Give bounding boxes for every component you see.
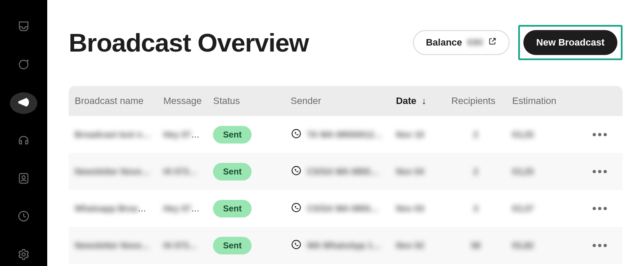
cell-message: Hey 073… <box>157 190 207 227</box>
svg-point-4 <box>292 129 301 138</box>
cell-broadcast-name: Newsletter Nove… <box>69 153 157 190</box>
headset-icon <box>17 134 30 148</box>
table-row[interactable]: Broadcast test n…Hey 073…SentTA WA 08550… <box>69 116 623 153</box>
col-recipients[interactable]: Recipients <box>445 86 506 116</box>
page-header: Broadcast Overview Balance €80 New Broad… <box>69 25 623 60</box>
nav-contacts[interactable] <box>10 168 37 190</box>
broadcast-icon <box>17 96 30 110</box>
balance-button[interactable]: Balance €80 <box>413 30 510 55</box>
cell-message: Hi 073… <box>157 153 207 190</box>
status-badge: Sent <box>213 163 251 180</box>
main-content: Broadcast Overview Balance €80 New Broad… <box>47 0 644 266</box>
settings-icon <box>17 248 30 263</box>
svg-point-5 <box>292 166 301 175</box>
nav-reports[interactable] <box>10 206 37 228</box>
clock-icon <box>17 210 30 224</box>
row-actions-button[interactable]: ••• <box>578 153 623 190</box>
inbox-icon <box>17 20 30 34</box>
cell-sender: WA WhatsApp 1… <box>285 227 390 264</box>
svg-point-7 <box>292 240 301 249</box>
row-actions-button[interactable]: ••• <box>578 227 623 264</box>
page-title: Broadcast Overview <box>69 28 309 58</box>
col-message[interactable]: Message <box>157 86 207 116</box>
chat-icon <box>17 58 30 73</box>
whatsapp-icon <box>291 165 302 178</box>
new-broadcast-highlight: New Broadcast <box>518 25 623 60</box>
col-sender[interactable]: Sender <box>285 86 390 116</box>
cell-recipients: 3 <box>445 190 506 227</box>
table-row[interactable]: Newsletter Nove…Hi 073…SentCS/SA WA 0855… <box>69 153 623 190</box>
row-actions-button[interactable]: ••• <box>578 116 623 153</box>
nav-support[interactable] <box>10 130 37 152</box>
nav-broadcast[interactable] <box>10 92 37 114</box>
nav-inbox[interactable] <box>10 16 37 38</box>
new-broadcast-button[interactable]: New Broadcast <box>523 30 617 55</box>
svg-rect-0 <box>19 174 28 183</box>
sidebar <box>0 0 47 266</box>
col-broadcast-name[interactable]: Broadcast name <box>69 86 157 116</box>
sort-arrow-down-icon: ↓ <box>422 95 426 107</box>
cell-sender: TA WA 08550012… <box>285 116 390 153</box>
whatsapp-icon <box>291 239 302 252</box>
svg-point-1 <box>22 176 25 179</box>
nav-settings[interactable] <box>10 245 37 266</box>
cell-message: Hey 073… <box>157 116 207 153</box>
cell-recipients: 58 <box>445 227 506 264</box>
cell-broadcast-name: Whatsapp Broad… <box>69 190 157 227</box>
contacts-icon <box>17 172 30 187</box>
col-status[interactable]: Status <box>207 86 285 116</box>
row-actions-button[interactable]: ••• <box>578 190 623 227</box>
nav-chat[interactable] <box>10 54 37 76</box>
status-badge: Sent <box>213 126 251 144</box>
cell-date: Nov 04 <box>390 153 445 190</box>
col-date[interactable]: Date ↓ <box>390 86 445 116</box>
cell-status: Sent <box>207 116 285 153</box>
svg-point-6 <box>292 203 301 212</box>
col-estimation[interactable]: Estimation <box>506 86 578 116</box>
table-row[interactable]: Whatsapp Broad…Hey 073…SentCS/SA WA 0855… <box>69 190 623 227</box>
cell-recipients: 2 <box>445 116 506 153</box>
col-date-label: Date <box>396 95 416 106</box>
cell-date: Nov 02 <box>390 227 445 264</box>
cell-date: Nov 03 <box>390 190 445 227</box>
table-row[interactable]: Newsletter Nove…Hi 073…SentWA WhatsApp 1… <box>69 227 623 264</box>
whatsapp-icon <box>291 128 302 141</box>
broadcast-table: Broadcast name Message Status Sender Dat… <box>69 86 623 264</box>
cell-broadcast-name: Newsletter Nove… <box>69 227 157 264</box>
external-link-icon <box>488 37 497 48</box>
cell-sender: CS/SA WA 0855… <box>285 153 390 190</box>
status-badge: Sent <box>213 200 251 217</box>
cell-broadcast-name: Broadcast test n… <box>69 116 157 153</box>
cell-status: Sent <box>207 153 285 190</box>
cell-message: Hi 073… <box>157 227 207 264</box>
broadcast-table-container: Broadcast name Message Status Sender Dat… <box>69 86 623 266</box>
header-actions: Balance €80 New Broadcast <box>413 25 623 60</box>
col-actions <box>578 86 623 116</box>
balance-value: €80 <box>467 37 483 48</box>
cell-estimation: €3,37 <box>506 190 578 227</box>
svg-point-3 <box>22 253 25 256</box>
cell-status: Sent <box>207 227 285 264</box>
cell-status: Sent <box>207 190 285 227</box>
table-header-row: Broadcast name Message Status Sender Dat… <box>69 86 623 116</box>
cell-estimation: €3,25 <box>506 153 578 190</box>
status-badge: Sent <box>213 237 251 254</box>
cell-estimation: €3,25 <box>506 116 578 153</box>
cell-estimation: €5,82 <box>506 227 578 264</box>
balance-label: Balance <box>426 37 462 48</box>
cell-date: Nov 10 <box>390 116 445 153</box>
whatsapp-icon <box>291 202 302 215</box>
cell-recipients: 2 <box>445 153 506 190</box>
cell-sender: CS/SA WA 0855… <box>285 190 390 227</box>
